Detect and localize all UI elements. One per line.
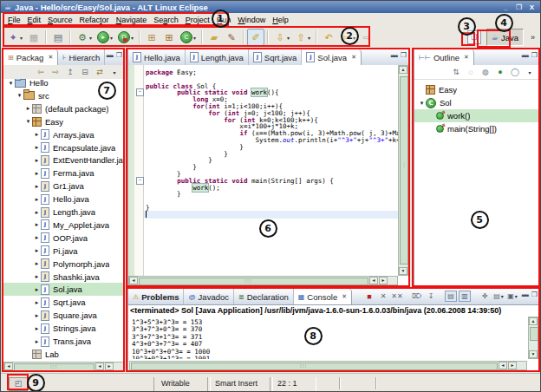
show-on-stderr-button[interactable]: ▥ (459, 291, 471, 302)
fast-view-button[interactable]: ◰ (9, 377, 28, 391)
next-annotation-button-dropdown-icon[interactable]: ▾ (287, 35, 290, 41)
tab-packag[interactable]: ⊞Packag✕ (3, 49, 58, 65)
package-explorer-hscrollbar[interactable]: ◄ ⁝⁝⁝ ◄ ► (3, 362, 124, 371)
tab-console[interactable]: ▦Console✕ (294, 289, 352, 304)
sort-button[interactable]: ⇅ (450, 67, 462, 78)
menu-file[interactable]: File (4, 15, 24, 25)
expander-closed-icon[interactable]: ▸ (33, 286, 41, 293)
tree-item-hello[interactable]: ▾Hello (3, 79, 124, 89)
menu-navigate[interactable]: Navigate (113, 15, 151, 25)
editor-tab-sqrt-java[interactable]: Sqrt.java (249, 49, 303, 65)
tree-item-trans-java[interactable]: ▸Trans.java (3, 335, 124, 348)
open-type-button[interactable]: ▰ (205, 29, 223, 46)
previous-annotation-button[interactable]: ⇧▾ (292, 29, 313, 46)
tree-item-pi-java[interactable]: ▸Pi.java (3, 245, 124, 258)
back-button[interactable]: ⇦▾ (337, 29, 358, 46)
save-button[interactable]: ▦ (25, 29, 42, 46)
outline-item-easy[interactable]: Easy (414, 83, 539, 96)
tree-item-src[interactable]: ▾src (3, 89, 124, 102)
hide-local-types-button[interactable]: ◯ (509, 67, 521, 78)
close-view-icon[interactable]: ✕ (48, 54, 53, 61)
menu-edit[interactable]: Edit (24, 15, 45, 25)
maximize-button[interactable]: ❐ (514, 3, 524, 11)
tree-item-oop-java[interactable]: ▸OOP.java (3, 232, 124, 245)
run-button-dropdown-icon[interactable]: ▾ (110, 35, 113, 41)
maximize-view-icon[interactable]: ❒ (531, 51, 538, 59)
java-perspective-button[interactable]: ☕ Java (486, 29, 524, 46)
fold-collapse-icon[interactable]: − (136, 88, 144, 96)
back-button[interactable]: ⇦ (35, 67, 47, 78)
close-view-icon[interactable]: ✕ (464, 54, 469, 61)
menu-run[interactable]: Run (213, 15, 235, 25)
editor-tab-hello-java[interactable]: Hello.java (128, 49, 186, 65)
menu-project[interactable]: Project (182, 15, 213, 25)
open-console-button-dropdown-icon[interactable]: ▾ (515, 293, 518, 299)
back-button-dropdown-icon[interactable]: ▾ (353, 35, 355, 41)
menu-window[interactable]: Window (234, 15, 269, 25)
expander-closed-icon[interactable]: ▸ (33, 170, 41, 177)
tree-item-lab[interactable]: Lab (3, 348, 124, 361)
tree-item-hello-java[interactable]: ▸Hello.java (3, 193, 124, 206)
remove-all-terminated-button[interactable]: ✕✕ (391, 291, 403, 302)
expander-closed-icon[interactable]: ▸ (33, 338, 41, 345)
up-button[interactable]: ↥ (64, 67, 76, 78)
expander-open-icon[interactable]: ▾ (16, 92, 23, 99)
tab-outline[interactable]: ⊢⊢ Outline ✕ (414, 49, 474, 65)
remove-launch-button[interactable]: ✕ (377, 291, 389, 302)
hide-non-public-members-button[interactable]: ● (494, 67, 506, 78)
tree-item-easy[interactable]: ▾Easy (3, 115, 124, 128)
expander-closed-icon[interactable]: ▸ (24, 105, 32, 112)
open-console-button[interactable]: ▣▾ (506, 291, 518, 302)
expander-closed-icon[interactable]: ▸ (33, 273, 41, 280)
new-wizard-button-dropdown-icon[interactable]: ▾ (20, 35, 23, 41)
tree-item-sqrt-java[interactable]: ▸Sqrt.java (3, 296, 124, 309)
mark-occurrences-button[interactable]: ✐ (247, 29, 264, 46)
expander-open-icon[interactable]: ▾ (7, 80, 15, 87)
forward-button[interactable]: ⇨ (49, 67, 62, 78)
forward-button[interactable]: ⇨ (358, 29, 375, 46)
new-java-class-button[interactable]: C▾ (178, 29, 199, 46)
expander-closed-icon[interactable]: ▸ (33, 144, 41, 151)
menu-help[interactable]: Help (269, 15, 292, 25)
expander-closed-icon[interactable]: ▸ (33, 234, 41, 241)
editor-tab-sol-java[interactable]: Sol.java✕ (302, 49, 362, 65)
display-selected-console-button-dropdown-icon[interactable]: ▾ (501, 293, 504, 299)
collapse-all-button[interactable]: ⊟ (79, 67, 91, 78)
outline-item-main-string-[interactable]: main(String[]) (414, 122, 539, 135)
debug-button-dropdown-icon[interactable]: ▾ (89, 35, 92, 41)
editor-tab-length-java[interactable]: Length.java (186, 49, 249, 65)
minimize-view-icon[interactable]: ▬ (522, 51, 529, 59)
debug-button[interactable]: ⚙▾ (74, 29, 95, 46)
hide-fields-button[interactable]: ◌ (465, 67, 477, 78)
minimize-view-icon[interactable]: ▬ (391, 51, 398, 59)
console-vscrollbar[interactable]: ▲ ▼ (528, 317, 538, 359)
expander-closed-icon[interactable]: ▸ (33, 131, 41, 138)
link-with-editor-button[interactable]: ⇄ (94, 67, 106, 78)
tree-item-shashki-java[interactable]: ▸Shashki.java (3, 271, 124, 284)
maximize-view-icon[interactable]: ❒ (401, 51, 407, 59)
expander-closed-icon[interactable]: ▸ (33, 183, 41, 190)
tree-item-my-applet-java[interactable]: ▸My_Applet.java (3, 219, 124, 232)
new-java-project-button[interactable]: ⊞ (143, 29, 160, 46)
terminate-button[interactable]: ■ (363, 291, 375, 302)
print-button[interactable]: ▤ (49, 29, 67, 46)
menu-source[interactable]: Source (44, 15, 76, 25)
view-menu-button[interactable]: ▾ (108, 67, 121, 78)
new-java-class-button-dropdown-icon[interactable]: ▾ (193, 35, 196, 41)
view-menu-button[interactable]: ▾ (524, 67, 536, 78)
code-editor[interactable]: package Easy;public class Sol { public s… (128, 65, 398, 276)
close-button[interactable]: X (527, 3, 537, 11)
tree-item-sol-java[interactable]: ▸Sol.java (3, 283, 124, 296)
tree-item-strings-java[interactable]: ▸Strings.java (3, 322, 124, 335)
tab-problems[interactable]: ⚠Problems (128, 289, 184, 304)
expander-closed-icon[interactable]: ▸ (33, 299, 41, 306)
console-output[interactable]: 1^3+5^3+3^3= = 1533^3+7^3+0^3= = 3703^3+… (130, 317, 527, 359)
maximize-view-icon[interactable]: ❒ (116, 51, 122, 59)
new-java-package-button[interactable]: ⊞ (160, 29, 178, 46)
display-selected-console-button[interactable]: ▤▾ (492, 291, 505, 302)
minimize-view-icon[interactable]: ▬ (107, 51, 114, 59)
tab-hierarch[interactable]: ⊦Hierarch (58, 49, 105, 65)
java-search-button[interactable]: ✎ (223, 29, 240, 46)
perspective-overflow-chevron[interactable]: » (531, 33, 535, 42)
tab-declaration[interactable]: ≣Declaration (234, 289, 294, 304)
